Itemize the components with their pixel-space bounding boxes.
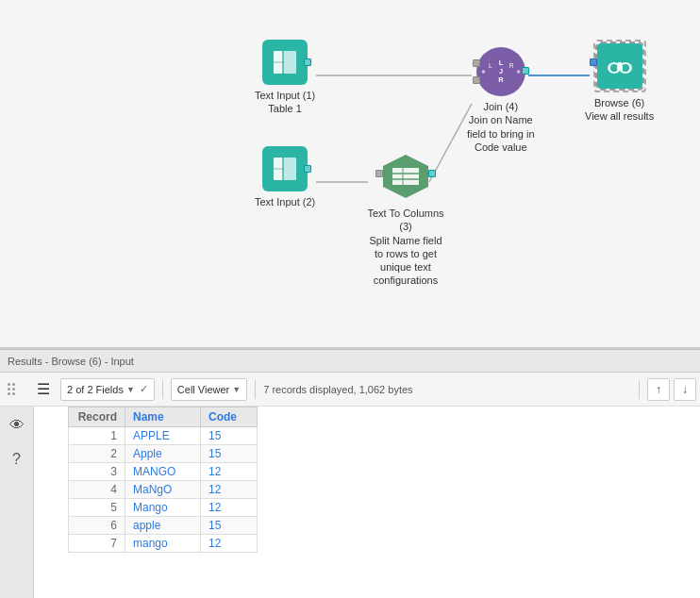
results-content: 👁 ? Record Name Code 1 APPLE 15 2 Apple (0, 407, 700, 598)
record-status: 7 records displayed, 1,062 bytes (263, 384, 631, 395)
join-in-bottom-port[interactable] (473, 76, 480, 84)
svg-text:R: R (509, 62, 514, 69)
cell-viewer-button[interactable]: Cell Viewer ▼ (171, 378, 247, 401)
cell-name: APPLE (125, 427, 201, 445)
scroll-down-button[interactable]: ↓ (674, 378, 696, 401)
ttc-label: Text To Columns (3) Split Name field to … (363, 207, 448, 288)
svg-point-18 (481, 70, 485, 74)
table-row[interactable]: 4 MaNgO 12 (69, 481, 258, 499)
ttc-in-port[interactable] (375, 170, 383, 177)
results-toolbar: ☰ 2 of 2 Fields ▼ ✓ Cell Viewer ▼ 7 reco… (0, 373, 700, 407)
browse-in-port[interactable] (590, 58, 597, 66)
results-table-container[interactable]: Record Name Code 1 APPLE 15 2 Apple 15 3… (68, 407, 258, 595)
svg-text:J: J (499, 67, 503, 75)
browse-icon (597, 43, 642, 89)
table-row[interactable]: 7 mango 12 (69, 535, 258, 553)
svg-point-19 (516, 70, 520, 74)
col-header-name: Name (125, 407, 201, 427)
fields-label: 2 of 2 Fields (67, 384, 124, 395)
results-header: Results - Browse (6) - Input (0, 350, 700, 373)
cell-record: 3 (69, 463, 125, 481)
table-row[interactable]: 2 Apple 15 (69, 445, 258, 463)
node-join[interactable]: L J R L R Join (4) Join on Name field to… (467, 47, 535, 154)
node-text-input-2[interactable]: Text Input (2) (255, 146, 315, 208)
svg-rect-29 (617, 66, 623, 70)
table-row[interactable]: 3 MANGO 12 (69, 463, 258, 481)
separator-3 (639, 380, 640, 399)
results-panel: Results - Browse (6) - Input ☰ 2 of 2 Fi… (0, 349, 700, 598)
separator-2 (255, 380, 256, 399)
cell-code: 12 (201, 499, 258, 517)
cell-code: 12 (201, 535, 258, 553)
table-row[interactable]: 5 Mango 12 (69, 499, 258, 517)
ttc-out-port[interactable] (428, 170, 436, 177)
svg-rect-5 (283, 51, 296, 74)
fields-checkmark-icon: ✓ (140, 383, 148, 395)
cell-record: 2 (69, 445, 125, 463)
svg-rect-30 (618, 62, 622, 66)
separator-1 (162, 380, 163, 399)
svg-point-27 (610, 64, 618, 72)
table-row[interactable]: 1 APPLE 15 (69, 427, 258, 445)
results-table: Record Name Code 1 APPLE 15 2 Apple 15 3… (68, 407, 258, 553)
cell-code: 15 (201, 427, 258, 445)
node-text-to-columns[interactable]: Text To Columns (3) Split Name field to … (363, 153, 448, 288)
fields-dropdown-icon: ▼ (126, 385, 135, 394)
cell-record: 6 (69, 517, 125, 535)
cell-name: Mango (125, 499, 201, 517)
cell-name: MaNgO (125, 481, 201, 499)
cell-name: Apple (125, 445, 201, 463)
svg-text:R: R (498, 75, 504, 84)
svg-rect-21 (392, 168, 419, 185)
cell-record: 4 (69, 481, 125, 499)
join-icon: L J R L R (476, 47, 525, 96)
text-input-2-out-port[interactable] (304, 165, 311, 173)
text-input-2-icon (262, 146, 308, 191)
drag-handle (8, 383, 15, 395)
node-browse[interactable]: Browse (6) View all results (585, 40, 654, 124)
table-row[interactable]: 6 apple 15 (69, 517, 258, 535)
eye-icon[interactable]: 👁 (4, 412, 30, 439)
col-header-record: Record (69, 407, 125, 427)
table-view-icon[interactable]: ☰ (30, 376, 57, 403)
cell-code: 15 (201, 517, 258, 535)
fields-selector-button[interactable]: 2 of 2 Fields ▼ ✓ (60, 378, 155, 401)
join-label: Join (4) Join on Name field to bring in … (467, 100, 535, 154)
help-icon[interactable]: ? (4, 446, 30, 473)
svg-point-28 (622, 64, 629, 72)
text-input-2-label: Text Input (2) (255, 195, 315, 208)
cell-code: 15 (201, 445, 258, 463)
node-text-input-1[interactable]: Text Input (1) Table 1 (255, 40, 315, 116)
cell-name: apple (125, 517, 201, 535)
ttc-icon (379, 153, 432, 200)
join-out-port[interactable] (522, 67, 529, 75)
cell-record: 1 (69, 427, 125, 445)
viewer-label: Cell Viewer (177, 384, 229, 395)
cell-record: 5 (69, 499, 125, 517)
cell-code: 12 (201, 481, 258, 499)
results-title: Results - Browse (6) - Input (8, 356, 134, 367)
cell-code: 12 (201, 463, 258, 481)
cell-name: MANGO (125, 463, 201, 481)
cell-record: 7 (69, 535, 125, 553)
text-input-1-label: Text Input (1) Table 1 (255, 89, 315, 116)
left-sidebar: 👁 ? (0, 407, 34, 598)
scroll-up-button[interactable]: ↑ (647, 378, 670, 401)
viewer-dropdown-icon: ▼ (232, 385, 241, 394)
workflow-canvas: Text Input (1) Table 1 Text Input (2) L … (0, 0, 700, 349)
cell-name: mango (125, 535, 201, 553)
browse-label: Browse (6) View all results (585, 96, 654, 124)
svg-text:L: L (499, 58, 504, 67)
text-input-1-out-port[interactable] (304, 58, 311, 66)
svg-rect-9 (283, 158, 296, 180)
col-header-code: Code (201, 407, 258, 427)
join-in-top-port[interactable] (473, 59, 480, 67)
svg-text:L: L (489, 62, 492, 69)
text-input-1-icon (262, 40, 308, 85)
